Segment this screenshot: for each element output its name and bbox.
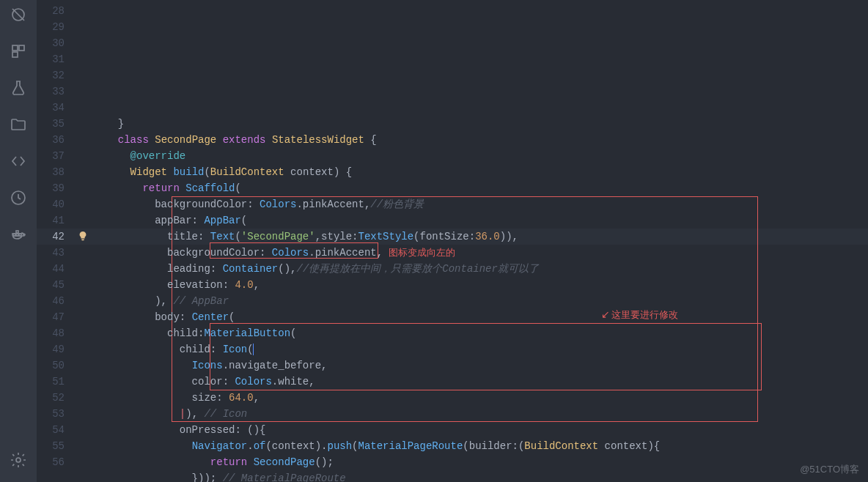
- line-number: 53: [37, 406, 65, 422]
- line-number: 40: [37, 196, 65, 212]
- code-line[interactable]: appBar: AppBar(: [106, 212, 868, 229]
- line-number: 51: [37, 374, 65, 390]
- code-line[interactable]: class SecondPage extends StatelessWidget…: [106, 132, 868, 148]
- line-number: 38: [37, 164, 65, 180]
- brackets-icon[interactable]: [10, 152, 27, 173]
- line-number: 28: [37, 3, 65, 19]
- code-line[interactable]: Icons.navigate_before,: [106, 357, 868, 374]
- folder-icon[interactable]: [10, 116, 27, 136]
- svg-point-10: [16, 458, 21, 462]
- line-number: 46: [37, 293, 65, 309]
- code-line[interactable]: }: [106, 116, 868, 132]
- line-number: 45: [37, 277, 65, 293]
- line-number: 55: [37, 438, 65, 454]
- line-number: 47: [37, 309, 65, 325]
- line-number: 33: [37, 84, 65, 100]
- code-area[interactable]: 图标变成向左的 ↙这里要进行修改 } class SecondPage exte…: [78, 0, 868, 482]
- code-line[interactable]: size: 64.0,: [106, 390, 868, 406]
- line-number: 35: [37, 116, 65, 132]
- svg-rect-4: [12, 52, 18, 57]
- line-number: 39: [37, 180, 65, 196]
- line-number-gutter: 2829303132333435363738394041424344454647…: [37, 0, 78, 482]
- line-number: 29: [37, 19, 65, 35]
- code-line[interactable]: ), // AppBar: [106, 293, 868, 309]
- line-number: 42: [37, 229, 65, 245]
- svg-rect-3: [19, 45, 24, 51]
- gear-icon[interactable]: [10, 451, 27, 472]
- activity-bar: [0, 0, 37, 482]
- code-line[interactable]: Widget build(BuildContext context) {: [106, 164, 868, 180]
- line-number: 31: [37, 51, 65, 67]
- code-line[interactable]: body: Center(: [106, 309, 868, 325]
- line-number: 41: [37, 212, 65, 229]
- line-number: 32: [37, 67, 65, 84]
- clock-icon[interactable]: [10, 189, 27, 210]
- code-line[interactable]: |), // Icon: [106, 406, 868, 422]
- code-line[interactable]: child: Icon(: [106, 341, 868, 357]
- line-number: 30: [37, 35, 65, 51]
- code-line[interactable]: })); // MaterialPageRoute: [106, 470, 868, 482]
- debug-icon[interactable]: [10, 6, 27, 26]
- line-number: 43: [37, 245, 65, 261]
- code-line[interactable]: backgroundColor: Colors.pinkAccent,//粉色背…: [106, 196, 868, 212]
- code-line[interactable]: color: Colors.white,: [106, 374, 868, 390]
- watermark: @51CTO博客: [800, 463, 859, 476]
- flask-icon[interactable]: [10, 79, 27, 100]
- line-number: 49: [37, 341, 65, 357]
- code-line[interactable]: return SecondPage();: [106, 454, 868, 470]
- code-line[interactable]: child:MaterialButton(: [106, 325, 868, 341]
- code-line[interactable]: @override: [106, 148, 868, 164]
- code-line[interactable]: leading: Container(),//使再提放在中间，只需要放个Cont…: [106, 261, 868, 277]
- line-number: 36: [37, 132, 65, 148]
- line-number: 50: [37, 357, 65, 374]
- code-line[interactable]: Navigator.of(context).push(MaterialPageR…: [106, 438, 868, 454]
- code-editor[interactable]: 2829303132333435363738394041424344454647…: [37, 0, 868, 482]
- code-line[interactable]: title: Text('SecondPage',style:TextStyle…: [106, 229, 868, 245]
- code-line[interactable]: elevation: 4.0,: [106, 277, 868, 293]
- code-line[interactable]: return Scaffold(: [106, 180, 868, 196]
- code-line[interactable]: onPressed: (){: [106, 422, 868, 438]
- line-number: 44: [37, 261, 65, 277]
- code-line[interactable]: backgroundColor: Colors.pinkAccent,: [106, 245, 868, 261]
- line-number: 34: [37, 100, 65, 116]
- line-number: 54: [37, 422, 65, 438]
- line-number: 56: [37, 454, 65, 470]
- extensions-icon[interactable]: [10, 42, 27, 63]
- line-number: 52: [37, 390, 65, 406]
- svg-rect-2: [12, 45, 18, 51]
- line-number: 37: [37, 148, 65, 164]
- docker-icon[interactable]: [10, 226, 27, 246]
- svg-rect-9: [16, 231, 18, 233]
- line-number: 48: [37, 325, 65, 341]
